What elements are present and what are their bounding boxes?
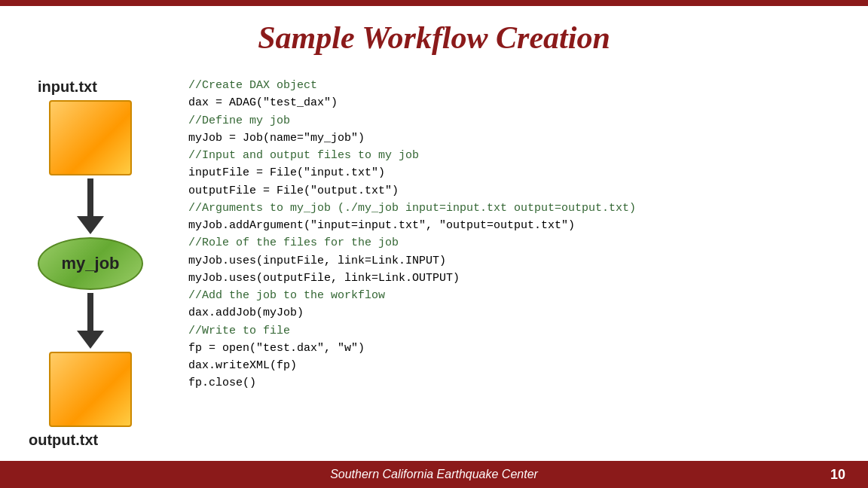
arrow-2 [77,293,104,349]
input-box [49,100,132,175]
arrow-head-2 [77,331,104,349]
code-line-18: fp.close() [188,377,256,389]
page-title: Sample Workflow Creation [0,6,868,63]
footer-page-number: 10 [830,467,845,483]
arrow-shaft-1 [87,178,93,216]
top-red-bar [0,0,868,6]
code-comment-10: //Role of the files for the job [188,236,399,249]
output-label: output.txt [29,432,98,449]
arrow-1 [77,178,104,234]
code-block: //Create DAX object dax = ADAG("test_dax… [188,77,838,392]
code-comment-13: //Add the job to the workflow [188,289,385,302]
code-comment-15: //Write to file [188,325,290,337]
arrow-shaft-2 [87,293,93,331]
arrow-head-1 [77,216,104,234]
input-label: input.txt [38,78,97,96]
code-line-2: dax = ADAG("test_dax") [188,96,338,109]
code-line-14: dax.addJob(myJob) [188,307,304,319]
my-job-label: my_job [61,254,119,273]
footer-text: Southern California Earthquake Center [330,468,538,481]
my-job-ellipse: my_job [38,237,143,290]
code-line-11: myJob.uses(inputFile, link=Link.INPUT) [188,255,446,267]
output-box [49,352,132,427]
code-line-6: inputFile = File("input.txt") [188,166,385,179]
code-comment-1: //Create DAX object [188,79,317,92]
page: Sample Workflow Creation input.txt my_jo… [0,0,868,488]
footer: Southern California Earthquake Center 10 [0,461,868,488]
main-content: input.txt my_job output.txt [0,63,868,461]
code-line-17: dax.writeXML(fp) [188,359,297,372]
code-line-9: myJob.addArgument("input=input.txt", "ou… [188,219,575,232]
right-panel: //Create DAX object dax = ADAG("test_dax… [166,71,853,453]
code-line-12: myJob.uses(outputFile, link=Link.OUTPUT) [188,272,460,285]
left-panel: input.txt my_job output.txt [15,71,166,453]
code-line-7: outputFile = File("output.txt") [188,185,399,197]
code-comment-3: //Define my job [188,114,290,127]
code-comment-8: //Arguments to my_job (./my_job input=in… [188,202,636,215]
code-comment-5: //Input and output files to my job [188,149,419,162]
code-line-16: fp = open("test.dax", "w") [188,342,365,355]
code-line-4: myJob = Job(name="my_job") [188,132,365,145]
